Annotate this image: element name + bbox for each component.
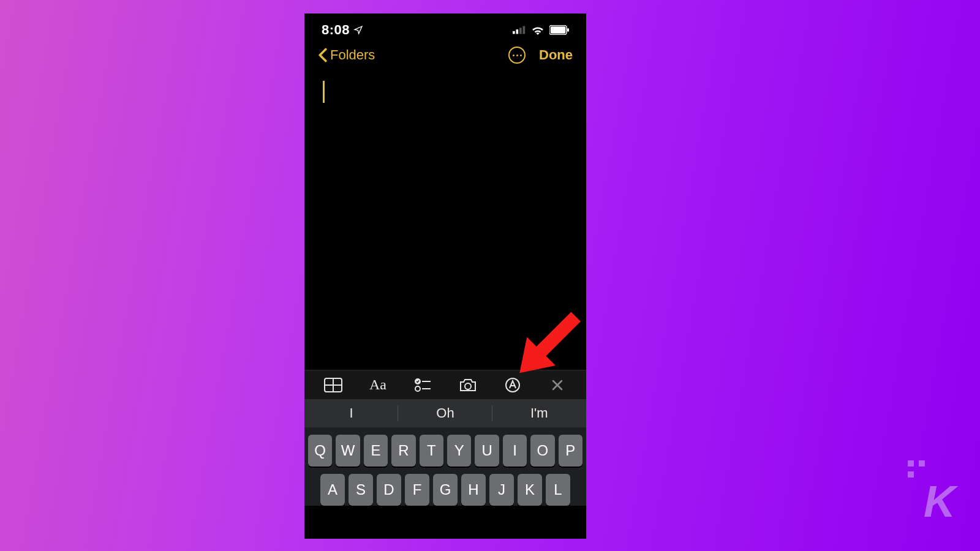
svg-rect-0 bbox=[513, 31, 515, 34]
key-a[interactable]: A bbox=[320, 474, 345, 506]
svg-rect-1 bbox=[516, 29, 519, 34]
markup-icon bbox=[505, 377, 521, 393]
suggestion-bar: I Oh I'm bbox=[304, 399, 586, 427]
phone-frame: 8:08 bbox=[304, 13, 586, 539]
svg-rect-2 bbox=[519, 28, 522, 34]
key-w[interactable]: W bbox=[336, 435, 360, 467]
svg-point-14 bbox=[465, 383, 471, 389]
battery-icon bbox=[549, 25, 569, 35]
cellular-icon bbox=[513, 26, 526, 34]
table-button[interactable] bbox=[319, 371, 347, 399]
more-button[interactable] bbox=[508, 47, 526, 64]
checklist-icon bbox=[415, 378, 431, 392]
key-d[interactable]: D bbox=[377, 474, 401, 506]
key-q[interactable]: Q bbox=[308, 435, 332, 467]
key-k[interactable]: K bbox=[518, 474, 542, 506]
clock-text: 8:08 bbox=[322, 22, 350, 38]
back-label: Folders bbox=[330, 47, 375, 63]
done-button[interactable]: Done bbox=[539, 47, 573, 63]
keyboard: Q W E R T Y U I O P A S D F G H J K L bbox=[304, 427, 586, 506]
close-icon bbox=[551, 379, 564, 391]
ellipsis-icon bbox=[513, 54, 522, 56]
suggestion-1[interactable]: I bbox=[304, 399, 398, 427]
wifi-icon bbox=[531, 25, 545, 35]
status-bar: 8:08 bbox=[304, 13, 586, 39]
key-i[interactable]: I bbox=[503, 435, 527, 467]
key-e[interactable]: E bbox=[364, 435, 388, 467]
key-g[interactable]: G bbox=[433, 474, 458, 506]
camera-button[interactable] bbox=[454, 371, 482, 399]
key-t[interactable]: T bbox=[420, 435, 443, 467]
key-u[interactable]: U bbox=[475, 435, 499, 467]
key-y[interactable]: Y bbox=[447, 435, 471, 467]
back-button[interactable]: Folders bbox=[318, 47, 375, 63]
checklist-button[interactable] bbox=[409, 371, 437, 399]
key-h[interactable]: H bbox=[461, 474, 486, 506]
navigation-bar: Folders Done bbox=[304, 39, 586, 71]
keyboard-row-2: A S D F G H J K L bbox=[308, 474, 582, 506]
key-f[interactable]: F bbox=[405, 474, 429, 506]
stage: 8:08 bbox=[0, 0, 980, 551]
key-j[interactable]: J bbox=[489, 474, 514, 506]
text-style-icon: Aa bbox=[369, 377, 386, 393]
svg-rect-6 bbox=[567, 28, 569, 32]
chevron-left-icon bbox=[318, 48, 328, 62]
key-l[interactable]: L bbox=[546, 474, 570, 506]
svg-point-12 bbox=[415, 386, 420, 391]
key-r[interactable]: R bbox=[391, 435, 415, 467]
text-cursor bbox=[323, 81, 325, 103]
table-icon bbox=[324, 378, 342, 392]
key-o[interactable]: O bbox=[530, 435, 554, 467]
keyboard-row-1: Q W E R T Y U I O P bbox=[308, 435, 582, 467]
key-s[interactable]: S bbox=[349, 474, 373, 506]
status-time: 8:08 bbox=[322, 22, 363, 38]
format-toolbar: Aa bbox=[304, 370, 586, 399]
key-p[interactable]: P bbox=[559, 435, 582, 467]
suggestion-2[interactable]: Oh bbox=[398, 399, 492, 427]
note-editor[interactable] bbox=[304, 71, 586, 370]
location-icon bbox=[353, 25, 363, 35]
status-icons bbox=[513, 25, 569, 35]
text-style-button[interactable]: Aa bbox=[364, 371, 392, 399]
close-toolbar-button[interactable] bbox=[543, 371, 571, 399]
watermark-k: K bbox=[924, 476, 953, 527]
svg-rect-5 bbox=[551, 26, 565, 33]
suggestion-3[interactable]: I'm bbox=[492, 399, 586, 427]
markup-button[interactable] bbox=[499, 371, 527, 399]
svg-rect-3 bbox=[523, 26, 526, 34]
camera-icon bbox=[459, 378, 477, 392]
watermark-dots bbox=[908, 460, 925, 478]
